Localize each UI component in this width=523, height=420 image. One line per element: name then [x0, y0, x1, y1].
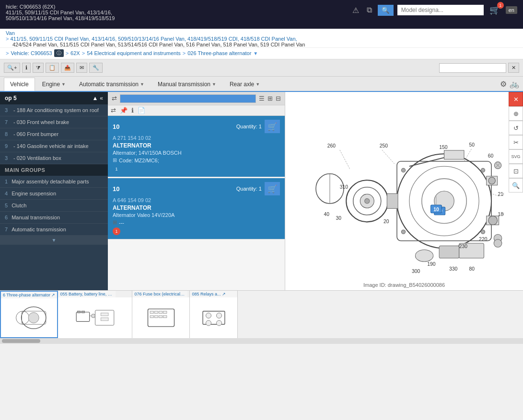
sidebar-item-3[interactable]: 8 - 060 Front bumper	[0, 128, 108, 140]
diagram-zoom-out-btn[interactable]: 🔍	[509, 178, 523, 193]
breadcrumb-models1[interactable]: 411/15, 509/11/15 CDI Panel Van, 413/14/…	[10, 36, 297, 42]
thumbnail-item-3[interactable]: 076 Fuse box (electrical center)... ↗	[132, 291, 190, 338]
main-group-item-6[interactable]: 6 Manual transmission	[0, 212, 108, 224]
expand-view-btn[interactable]: ⊟	[275, 94, 282, 103]
sidebar-item-5[interactable]: 3 - 020 Ventilation box	[0, 152, 108, 164]
part-item-2[interactable]: 10 Quantity: 1 🛒 A 646 154 09 02 ALTERNA…	[108, 178, 285, 239]
export-btn[interactable]: 📤	[61, 63, 74, 73]
thumbnail-item-4[interactable]: 085 Relays a... ↗	[190, 291, 238, 338]
svg-point-81	[216, 320, 221, 326]
ctrl-icon-refresh[interactable]: ⇄	[111, 107, 116, 114]
breadcrumb-dropdown-icon[interactable]: ▼	[253, 51, 258, 56]
toolbar-search-input[interactable]	[439, 63, 506, 73]
breadcrumb-bar-2: > Vehicle: C906653 ⓘ > 62X > 54 Electric…	[0, 48, 523, 59]
main-group-item-5[interactable]: 5 Clutch	[0, 200, 108, 212]
sidebar-item-1-text: - 188 Air conditioning system on roof	[13, 107, 99, 113]
thumbnail-item-1[interactable]: 6 Three-phase alternator ↗	[0, 291, 58, 338]
thumbnail-item-2[interactable]: 055 Battery, battery line, cutoff relay,…	[58, 291, 132, 338]
warning-icon-button[interactable]: ⚠	[350, 5, 361, 16]
svg-point-59	[28, 313, 39, 323]
part-1-badge[interactable]: 1	[113, 165, 120, 173]
breadcrumb-vehicle[interactable]: Vehicle: C906653	[11, 50, 52, 56]
top-header: hicle: C906653 (62X) 411/15, 509/11/15 C…	[0, 0, 523, 29]
sidebar-item-2[interactable]: 7 - 030 Front wheel brake	[0, 116, 108, 128]
ctrl-icon-doc[interactable]: 📄	[138, 107, 145, 114]
parts-search-input[interactable]	[120, 94, 256, 103]
center-panel: ⇄ ☰ ⊞ ⊟ ⇄ 📌 ℹ 📄 10	[108, 92, 285, 290]
diagram-undo-btn[interactable]: ↺	[509, 121, 523, 135]
breadcrumb-section[interactable]: 54 Electrical equipment and instruments	[87, 50, 181, 56]
breadcrumb-62x[interactable]: 62X	[70, 50, 80, 56]
main-group-5-text: Clutch	[12, 203, 26, 208]
grid-view-btn[interactable]: ⊞	[267, 94, 274, 103]
diagram-close-btn[interactable]: ✕	[509, 92, 523, 106]
report-btn[interactable]: 📋	[46, 63, 59, 73]
vehicle-info: hicle: C906653 (62X) 411/15, 509/11/15 C…	[6, 4, 115, 21]
main-group-item-4[interactable]: 4 Engine suspension	[0, 188, 108, 200]
tab-engine-arrow: ▼	[61, 82, 66, 87]
breadcrumb-item[interactable]: 026 Three-phase alternator	[187, 50, 251, 56]
diagram-svg-btn[interactable]: SVG	[509, 149, 523, 164]
diagram-image-id: Image ID: drawing_B54026000086	[363, 282, 445, 288]
toolbar-search-clear[interactable]: ✕	[508, 63, 519, 73]
main-content-area: op 5 ▲ « 3 - 188 Air conditioning system…	[0, 92, 523, 344]
part-item-1[interactable]: 10 Quantity: 1 🛒 A 271 154 10 02 ALTERNA…	[108, 116, 285, 177]
left-sidebar: op 5 ▲ « 3 - 188 Air conditioning system…	[0, 92, 108, 290]
part-2-badge[interactable]: 1	[113, 227, 120, 235]
main-group-item-1[interactable]: 1 Major assembly detachable parts	[0, 176, 108, 188]
svg-rect-75	[159, 316, 162, 318]
settings-icon[interactable]: ⚙	[500, 79, 507, 89]
search-button-top[interactable]: 🔍	[378, 5, 394, 16]
svg-rect-71	[159, 311, 162, 314]
part-2-qty: Quantity: 1	[236, 186, 262, 192]
part-item-1-header: 10 Quantity: 1 🛒	[113, 120, 280, 133]
ctrl-icon-pin[interactable]: 📌	[120, 107, 128, 114]
svg-text:210: 210	[498, 192, 504, 197]
list-view-btn[interactable]: ☰	[258, 94, 266, 103]
vehicle-desc-short: 411/15, 509/11/15 CDI Panel Van, 413/14/…	[6, 10, 112, 15]
parts-refresh-btn[interactable]: ⇄	[111, 94, 118, 103]
zoom-in-btn[interactable]: 🔍+	[4, 63, 20, 73]
diagram-crosshair-btn[interactable]: ⊕	[509, 106, 523, 121]
language-badge[interactable]: en	[506, 6, 517, 14]
breadcrumb-van[interactable]: Van	[6, 30, 15, 36]
vehicle-badge[interactable]: ⓘ	[54, 49, 64, 57]
filter-btn[interactable]: ⧩	[33, 63, 44, 73]
tab-manual-trans[interactable]: Manual transmission ▼	[151, 78, 222, 91]
diagram-scissors-btn[interactable]: ✂	[509, 135, 523, 149]
part-2-cart-btn[interactable]: 🛒	[265, 182, 280, 195]
main-group-6-text: Manual transmission	[12, 215, 60, 220]
search-input-top[interactable]	[397, 5, 484, 15]
tab-vehicle[interactable]: Vehicle	[4, 78, 35, 91]
tab-rear-axle-arrow: ▼	[256, 82, 260, 87]
tab-rear-axle[interactable]: Rear axle ▼	[223, 78, 266, 91]
tab-engine-label: Engine	[42, 81, 60, 88]
thumbnail-3-img	[132, 297, 189, 338]
svg-point-18	[415, 250, 433, 261]
main-group-item-7[interactable]: 7 Automatic transmission	[0, 224, 108, 236]
ctrl-icon-info[interactable]: ℹ	[131, 107, 134, 114]
bike-icon[interactable]: 🚲	[510, 79, 519, 89]
main-group-1-text: Major assembly detachable parts	[12, 179, 89, 184]
sidebar-collapse-btn[interactable]: ▲	[92, 95, 98, 102]
sidebar-item-1[interactable]: 3 - 188 Air conditioning system on roof	[0, 104, 108, 116]
main-group-4-num: 4	[5, 191, 8, 196]
tab-auto-trans[interactable]: Automatic transmission ▼	[73, 78, 151, 91]
tab-engine[interactable]: Engine ▼	[36, 78, 72, 91]
scrollbar-strip[interactable]	[0, 338, 523, 344]
scrollbar-thumb[interactable]	[2, 339, 40, 343]
parts-list-controls: ⇄ 📌 ℹ 📄	[108, 105, 285, 116]
sidebar-item-4[interactable]: 9 - 140 Gasoline vehicle air intake	[0, 140, 108, 152]
copy-icon-button[interactable]: ⧉	[365, 5, 374, 15]
sidebar-scroll-indicator[interactable]: ▼	[0, 236, 108, 245]
vehicle-code-label: hicle: C906653 (62X)	[6, 4, 55, 10]
sidebar-prev-btn[interactable]: «	[100, 95, 103, 102]
tools-btn[interactable]: 🔧	[89, 63, 103, 73]
part-1-cart-btn[interactable]: 🛒	[265, 120, 280, 133]
diagram-zoom-fit-btn[interactable]: ⊡	[509, 164, 523, 178]
svg-point-79	[206, 320, 211, 326]
info-btn[interactable]: ℹ	[22, 63, 31, 73]
email-btn[interactable]: ✉	[76, 63, 87, 73]
part-1-code-label: Code: MZ2/MC6;	[119, 158, 159, 163]
main-group-7-text: Automatic transmission	[12, 227, 66, 232]
